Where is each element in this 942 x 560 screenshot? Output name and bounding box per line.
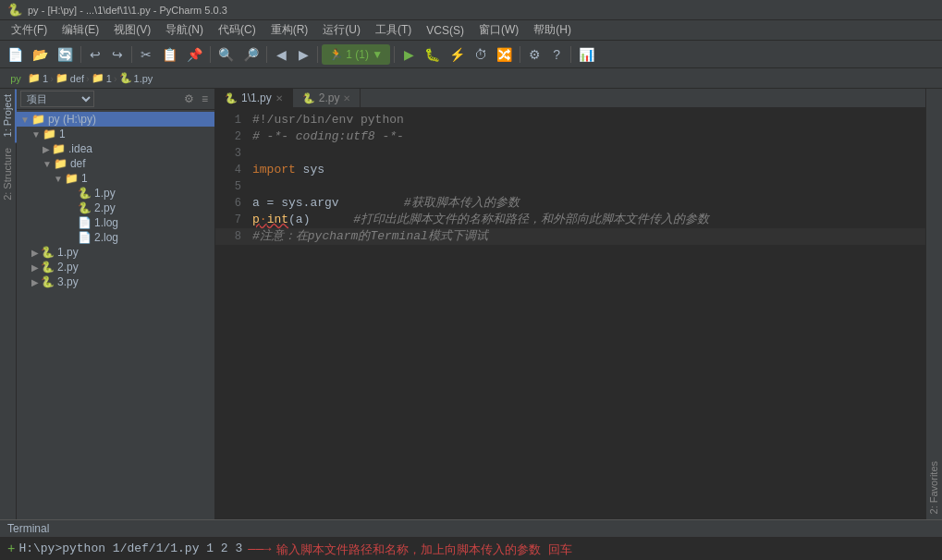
coverage-button[interactable]: ⚡ xyxy=(446,44,469,65)
left-side-tabs: 1: Project 2: Structure xyxy=(0,89,17,519)
breadcrumb-folder3: 📁 xyxy=(92,72,104,84)
undo-button[interactable]: ↩ xyxy=(85,44,105,65)
py-icon-2: 🐍 xyxy=(78,201,92,214)
copy-button[interactable]: 📋 xyxy=(158,44,181,65)
tree-item-1[interactable]: ▼ 📁 1 xyxy=(17,127,214,141)
terminal-arrow-1: ——→ xyxy=(248,542,271,556)
line-num-1: 1 xyxy=(215,112,249,128)
tab-close-1py[interactable]: ✕ xyxy=(275,93,283,103)
tree-item-idea[interactable]: ▶ 📁 .idea xyxy=(17,141,214,156)
tree-item-2py[interactable]: 🐍 2.py xyxy=(17,201,214,215)
sidebar-gear[interactable]: ⚙ xyxy=(181,91,197,106)
project-tab[interactable]: 1: Project xyxy=(0,89,17,142)
structure-tab[interactable]: 2: Structure xyxy=(0,142,17,206)
code-line-6: 6 a = sys.argv #获取脚本传入的参数 xyxy=(215,195,925,212)
menu-help[interactable]: 帮助(H) xyxy=(526,20,579,40)
menu-file[interactable]: 文件(F) xyxy=(4,20,55,40)
line-num-2: 2 xyxy=(215,128,249,145)
tree-item-1log[interactable]: 📄 1.log xyxy=(17,215,214,230)
code-line-2: 2 # -*- coding:utf8 -*- xyxy=(215,128,925,145)
terminal-header: Terminal xyxy=(0,520,942,538)
tab-icon-1py: 🐍 xyxy=(225,92,238,104)
terminal-content[interactable]: + H:\py> python 1/def/1/1.py 1 2 3 ——→ 输… xyxy=(0,538,942,560)
folder-icon-1: 📁 xyxy=(43,128,56,140)
redo-button[interactable]: ↪ xyxy=(107,44,128,65)
file-tree: ▼ 📁 py (H:\py) ▼ 📁 1 ▶ 📁 .idea ▼ xyxy=(17,110,214,519)
back-button[interactable]: ◀ xyxy=(271,44,291,65)
line-content-8: #注意：在pycharm的Terminal模式下调试 xyxy=(249,228,925,245)
vcs-button[interactable]: 🔀 xyxy=(493,44,516,65)
tree-label-top3py: 3.py xyxy=(57,275,79,288)
main-area: 1: Project 2: Structure 项目 ⚙ ≡ ▼ 📁 py (H… xyxy=(0,89,942,519)
editor-area: 🐍 1\1.py ✕ 🐍 2.py ✕ 1 #!/usr/bin/env pyt… xyxy=(215,89,925,519)
file-tree-sidebar: 项目 ⚙ ≡ ▼ 📁 py (H:\py) ▼ 📁 1 xyxy=(17,89,215,519)
tab-2py[interactable]: 🐍 2.py ✕ xyxy=(293,89,361,107)
terminal-line-1: + H:\py> python 1/def/1/1.py 1 2 3 ——→ 输… xyxy=(7,542,935,558)
tree-item-top-3py[interactable]: ▶ 🐍 3.py xyxy=(17,274,214,289)
line-content-6: a = sys.argv #获取脚本传入的参数 xyxy=(249,195,925,212)
app-icon: 🐍 xyxy=(7,3,22,17)
tree-label-1py: 1.py xyxy=(94,187,116,200)
separator-7 xyxy=(520,46,520,63)
new-file-button[interactable]: 📄 xyxy=(4,44,27,65)
code-editor[interactable]: 1 #!/usr/bin/env python 2 # -*- coding:u… xyxy=(215,108,925,519)
separator-6 xyxy=(394,46,395,63)
tab-label-2py: 2.py xyxy=(319,91,340,104)
line-content-4: import sys xyxy=(249,162,925,178)
replace-button[interactable]: 🔎 xyxy=(239,44,263,65)
settings-button[interactable]: ⚙ xyxy=(524,44,544,65)
menu-window[interactable]: 窗口(W) xyxy=(471,20,526,40)
breadcrumb-sep1: › xyxy=(50,73,54,84)
tree-item-1py[interactable]: 🐍 1.py xyxy=(17,186,214,201)
forward-button[interactable]: ▶ xyxy=(293,44,313,65)
run-config-button[interactable]: 🏃 1 (1) ▼ xyxy=(322,44,390,65)
bottom-area: Terminal + H:\py> python 1/def/1/1.py 1 … xyxy=(0,519,942,560)
menu-vcs[interactable]: VCS(S) xyxy=(419,22,471,39)
breadcrumb-1: 1 xyxy=(43,73,48,84)
separator-2 xyxy=(131,46,132,63)
separator-4 xyxy=(266,46,267,63)
terminal-comment-1: 输入脚本文件路径和名称，加上向脚本传入的参数 回车 xyxy=(276,542,572,558)
favorites-tab[interactable]: 2: Favorites xyxy=(926,456,943,519)
menu-refactor[interactable]: 重构(R) xyxy=(263,20,316,40)
project-selector[interactable]: 项目 xyxy=(20,91,94,107)
line-content-5 xyxy=(249,178,925,195)
breadcrumb-folder1: 📁 xyxy=(28,72,41,84)
menu-navigate[interactable]: 导航(N) xyxy=(158,20,211,40)
debug-button[interactable]: 🐛 xyxy=(421,44,444,65)
tree-item-top-1py[interactable]: ▶ 🐍 1.py xyxy=(17,245,214,260)
extra-button[interactable]: 📊 xyxy=(575,44,598,65)
sidebar-toggle[interactable]: ≡ xyxy=(199,91,211,106)
separator-5 xyxy=(317,46,318,63)
open-button[interactable]: 📂 xyxy=(29,44,52,65)
tab-1py[interactable]: 🐍 1\1.py ✕ xyxy=(215,89,293,107)
tree-item-top-2py[interactable]: ▶ 🐍 2.py xyxy=(17,260,214,274)
separator-1 xyxy=(80,46,81,63)
tree-item-1sub[interactable]: ▼ 📁 1 xyxy=(17,171,214,186)
sync-button[interactable]: 🔄 xyxy=(54,44,77,65)
find-button[interactable]: 🔍 xyxy=(214,44,238,65)
code-line-8: 8 #注意：在pycharm的Terminal模式下调试 xyxy=(215,228,925,245)
menu-edit[interactable]: 编辑(E) xyxy=(55,20,106,40)
cut-button[interactable]: ✂ xyxy=(136,44,156,65)
arrow-def: ▼ xyxy=(43,159,52,169)
line-num-5: 5 xyxy=(215,178,249,195)
help-button[interactable]: ? xyxy=(546,44,567,65)
menu-code[interactable]: 代码(C) xyxy=(211,20,263,40)
arrow-top1py: ▶ xyxy=(31,248,39,258)
run-button[interactable]: ▶ xyxy=(398,44,419,65)
profile-button[interactable]: ⏱ xyxy=(471,44,491,65)
tree-item-2log[interactable]: 📄 2.log xyxy=(17,230,214,245)
tab-close-2py[interactable]: ✕ xyxy=(343,93,350,103)
menu-tools[interactable]: 工具(T) xyxy=(368,20,419,40)
menu-run[interactable]: 运行(U) xyxy=(315,20,368,40)
arrow-1sub: ▼ xyxy=(54,174,63,184)
tree-item-def[interactable]: ▼ 📁 def xyxy=(17,156,214,171)
menu-view[interactable]: 视图(V) xyxy=(106,20,158,40)
toolbar: 📄 📂 🔄 ↩ ↪ ✂ 📋 📌 🔍 🔎 ◀ ▶ 🏃 1 (1) ▼ ▶ 🐛 ⚡ … xyxy=(0,41,942,68)
terminal-title: Terminal xyxy=(7,522,49,535)
line-num-8: 8 xyxy=(215,228,249,245)
tree-item-py[interactable]: ▼ 📁 py (H:\py) xyxy=(17,112,214,127)
log-icon-2: 📄 xyxy=(78,231,92,244)
paste-button[interactable]: 📌 xyxy=(183,44,206,65)
